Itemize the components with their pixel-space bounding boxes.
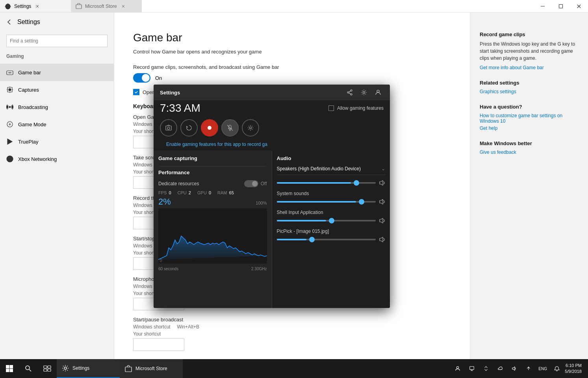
get-help-link[interactable]: Get help	[480, 125, 579, 131]
svg-rect-21	[10, 365, 13, 369]
record-button[interactable]	[201, 119, 218, 136]
taskbar-settings-app[interactable]: Settings	[57, 359, 120, 378]
tray-people-icon[interactable]	[451, 362, 464, 375]
gamebar-time-row: 7:33 AM Allow gaming features	[154, 100, 390, 116]
svg-rect-2	[559, 4, 563, 8]
start-button[interactable]	[0, 359, 19, 378]
shell-input-slider[interactable]	[277, 220, 376, 221]
page-subtitle: Control how Game bar opens and recognize…	[133, 49, 451, 55]
sidebar-item-xbox[interactable]: Xbox Networking	[0, 150, 114, 168]
maximize-button[interactable]	[552, 0, 570, 13]
svg-point-5	[11, 72, 11, 73]
system-sounds-slider[interactable]	[277, 201, 376, 203]
gamebar-settings-icon[interactable]	[358, 87, 369, 98]
record-clips-body: Press the Windows logo key and the G key…	[480, 41, 579, 62]
game-capturing-panel: Game capturing Performance Dedicate reso…	[154, 151, 272, 308]
svg-rect-1	[541, 6, 545, 6]
close-button[interactable]	[570, 0, 588, 13]
related-settings-title: Related settings	[480, 80, 579, 86]
master-volume-slider[interactable]	[277, 182, 376, 184]
svg-point-15	[377, 90, 379, 92]
dedicate-resources-row: Dedicate resources Off	[158, 180, 267, 187]
allow-gaming-checkbox[interactable]	[328, 105, 334, 111]
audio-device-selector[interactable]: Speakers (High Definition Audio Device) …	[277, 166, 386, 175]
svg-point-18	[208, 126, 211, 130]
screenshot-button[interactable]	[160, 119, 177, 136]
system-sounds-row: System sounds	[277, 191, 386, 205]
gamebar-time: 7:33 AM	[160, 102, 200, 114]
shortcut-broadcast-input[interactable]	[133, 338, 184, 351]
sidebar-search-container	[0, 31, 114, 50]
related-settings-section: Related settings Graphics settings	[480, 80, 579, 94]
tray-speakers-icon[interactable]	[508, 362, 521, 375]
picpick-slider[interactable]	[277, 239, 376, 240]
question-title: Have a question?	[480, 104, 579, 110]
tab-store[interactable]: Microsoft Store	[71, 0, 142, 12]
mic-off-button[interactable]	[221, 119, 239, 136]
controller-checkbox[interactable]	[133, 89, 139, 95]
record-clips-link[interactable]: Get more info about Game bar	[480, 65, 579, 70]
tab-strip: Settings Microsoft Store	[0, 0, 534, 12]
fps-stat: FPS 0	[158, 190, 171, 195]
record-icon	[206, 124, 213, 131]
customize-link[interactable]: How to customize game bar settings on Wi…	[480, 113, 579, 124]
taskbar-search-icon[interactable]	[19, 359, 38, 378]
tray-notification-icon[interactable]	[551, 362, 563, 375]
taskbar-date-display: 5/9/2018	[565, 369, 582, 374]
svg-point-11	[351, 90, 352, 91]
shortcut-broadcast-name: Start/pause broadcast	[133, 317, 451, 323]
graphics-settings-link[interactable]: Graphics settings	[480, 89, 579, 94]
xbox-icon	[6, 155, 13, 162]
svg-rect-26	[48, 366, 51, 368]
tab-settings[interactable]: Settings	[0, 0, 71, 12]
sidebar-item-captures[interactable]: Captures	[0, 81, 114, 98]
replay-button[interactable]	[180, 119, 198, 136]
system-sounds-vol-icon	[379, 199, 385, 205]
dedicate-toggle[interactable]	[244, 180, 258, 187]
svg-rect-20	[6, 365, 9, 369]
tray-expand-icon[interactable]	[480, 362, 492, 375]
sidebar-item-broadcasting[interactable]: Broadcasting	[0, 98, 114, 116]
tray-network-icon[interactable]	[466, 362, 478, 375]
gpu-stat: GPU 0	[197, 190, 211, 195]
checkmark-icon	[134, 90, 138, 94]
new-tab-button[interactable]	[142, 0, 154, 13]
zero-line: 0	[158, 258, 267, 264]
taskbar-store-app[interactable]: Microsoft Store	[120, 359, 183, 378]
tab-store-close[interactable]	[120, 3, 126, 9]
gamebar-toggle[interactable]	[133, 73, 150, 83]
svg-marker-9	[7, 139, 12, 144]
search-input[interactable]	[6, 35, 108, 47]
taskbar-pinned-icons	[19, 359, 57, 378]
gamebar-user-icon[interactable]	[373, 87, 384, 98]
sidebar-item-gamemode[interactable]: Game Mode	[0, 116, 114, 133]
sidebar-back[interactable]: Settings	[0, 13, 114, 31]
replay-icon	[185, 124, 193, 131]
tray-onedrive-icon[interactable]	[494, 362, 506, 375]
feedback-link[interactable]: Give us feedback	[480, 149, 579, 155]
gamebar-panels: Game capturing Performance Dedicate reso…	[154, 151, 390, 308]
svg-point-19	[250, 127, 252, 129]
system-sounds-label: System sounds	[277, 191, 386, 196]
sidebar-item-gamebar[interactable]: Game bar	[0, 64, 114, 81]
sidebar-item-broadcasting-label: Broadcasting	[18, 104, 48, 110]
back-icon	[6, 19, 13, 25]
svg-point-24	[26, 366, 30, 370]
toggle-knob	[142, 74, 150, 82]
taskbar-taskview-icon[interactable]	[38, 359, 57, 378]
gamebar-share-icon[interactable]	[344, 87, 355, 98]
sidebar-item-trueplay[interactable]: TruePlay	[0, 133, 114, 150]
dedicate-label: Dedicate resources	[158, 181, 199, 186]
tray-network2-icon[interactable]	[522, 362, 535, 375]
time-start: 60 seconds	[158, 267, 178, 271]
cpu-chart: 0	[158, 208, 267, 264]
store-app-icon	[124, 365, 132, 372]
gamebar-settings-button[interactable]	[242, 119, 259, 136]
tab-settings-close[interactable]	[34, 3, 41, 9]
taskbar-clock[interactable]: 6:10 PM 5/9/2018	[565, 363, 585, 375]
minimize-button[interactable]	[534, 0, 552, 13]
shell-input-fill	[277, 220, 326, 221]
gamebar-toolbar	[154, 116, 390, 140]
tray-language-icon[interactable]: ENG	[536, 362, 549, 375]
enable-gaming-link[interactable]: Enable gaming features for this app to r…	[160, 140, 274, 150]
